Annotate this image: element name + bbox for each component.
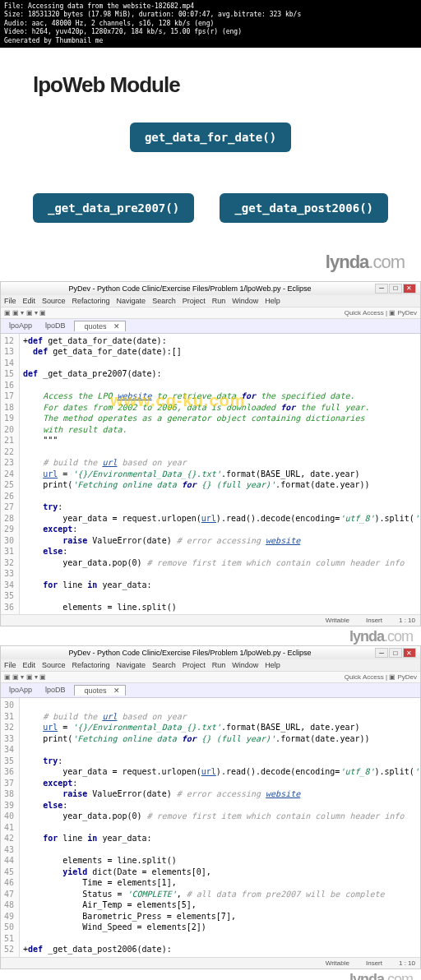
line-gutter: 30 31 32 33 34 35 36 37 38 39 40 41 42 4…: [1, 698, 20, 957]
status-pos: 1 : 10: [399, 617, 415, 624]
code-editor-2[interactable]: 30 31 32 33 34 35 36 37 38 39 40 41 42 4…: [1, 698, 420, 957]
function-box-get-data-post2006: _get_data_post2006(): [220, 193, 388, 223]
editor-tabs: lpoApp lpoDB quotes ✕: [1, 319, 420, 334]
meta-size: Size: 18531320 bytes (17.98 MiB), durati…: [4, 11, 417, 19]
function-box-get-data-pre2007: _get_data_pre2007(): [33, 193, 194, 223]
brand-lynda-small: lynda.com: [0, 628, 421, 645]
eclipse-window-1: PyDev - Python Code Clinic/Exercise File…: [0, 281, 421, 627]
menu-search[interactable]: Search: [152, 297, 176, 305]
minimize-button[interactable]: ─: [375, 284, 388, 294]
menu-edit[interactable]: Edit: [23, 297, 36, 305]
window-controls: ─ □ ✕: [375, 284, 416, 294]
maximize-button[interactable]: □: [389, 648, 402, 658]
close-button[interactable]: ✕: [403, 284, 416, 294]
code-lines[interactable]: # build the url based on year url = '{}/…: [20, 698, 420, 957]
meta-gen: Generated by Thumbnail me: [4, 37, 417, 45]
quick-access[interactable]: Quick Access: [345, 309, 384, 317]
meta-video: Video: h264, yuv420p, 1280x720, 184 kb/s…: [4, 28, 417, 36]
eclipse-titlebar: PyDev - Python Code Clinic/Exercise File…: [1, 646, 420, 659]
status-insert: Insert: [366, 617, 382, 624]
eclipse-toolbar: ▣ ▣ ▾ ▣ ▾ ▣ Quick Access | ▣ PyDev: [1, 307, 420, 319]
menu-source[interactable]: Source: [42, 297, 66, 305]
slide-title: lpoWeb Module: [33, 72, 388, 98]
meta-file: File: Accessing data from the website-18…: [4, 2, 417, 11]
tab-quotes[interactable]: quotes ✕: [74, 321, 127, 331]
eclipse-title-text: PyDev - Python Code Clinic/Exercise File…: [69, 284, 312, 293]
toolbar-icons[interactable]: ▣ ▣ ▾ ▣ ▾ ▣: [4, 309, 46, 317]
code-lines[interactable]: +def get_data_for_date(date): def get_da…: [20, 334, 420, 615]
close-button[interactable]: ✕: [403, 648, 416, 658]
eclipse-titlebar: PyDev - Python Code Clinic/Exercise File…: [1, 282, 420, 295]
presentation-slide: lpoWeb Module get_data_for_date() _get_d…: [0, 48, 421, 247]
menu-refactoring[interactable]: Refactoring: [72, 297, 110, 305]
brand-lynda: lynda.com: [0, 247, 421, 281]
meta-audio: Audio: aac, 48000 Hz, 2 channels, s16, 1…: [4, 20, 417, 28]
tab-lpoapp[interactable]: lpoApp: [4, 321, 37, 331]
statusbar: Writable Insert 1 : 10: [1, 614, 420, 626]
code-editor-1[interactable]: 12 13 14 15 16 17 18 19 20 21 22 23 24 2…: [1, 334, 420, 615]
menu-file[interactable]: File: [4, 297, 16, 305]
eclipse-window-2: PyDev - Python Code Clinic/Exercise File…: [0, 645, 421, 969]
eclipse-menubar: File Edit Source Refactoring Navigate Se…: [1, 295, 420, 307]
video-meta-header: File: Accessing data from the website-18…: [0, 0, 421, 48]
tab-lpodb[interactable]: lpoDB: [40, 321, 71, 331]
menu-run[interactable]: Run: [212, 297, 226, 305]
maximize-button[interactable]: □: [389, 284, 402, 294]
status-writable: Writable: [326, 617, 349, 624]
minimize-button[interactable]: ─: [375, 648, 388, 658]
line-gutter: 12 13 14 15 16 17 18 19 20 21 22 23 24 2…: [1, 334, 20, 615]
menu-project[interactable]: Project: [183, 297, 206, 305]
menu-window[interactable]: Window: [232, 297, 258, 305]
menu-navigate[interactable]: Navigate: [117, 297, 146, 305]
menu-help[interactable]: Help: [265, 297, 280, 305]
function-box-get-data-for-date: get_data_for_date(): [130, 122, 291, 152]
perspective-pydev[interactable]: PyDev: [397, 309, 417, 317]
eclipse-menubar: FileEditSourceRefactoringNavigateSearchP…: [1, 659, 420, 672]
